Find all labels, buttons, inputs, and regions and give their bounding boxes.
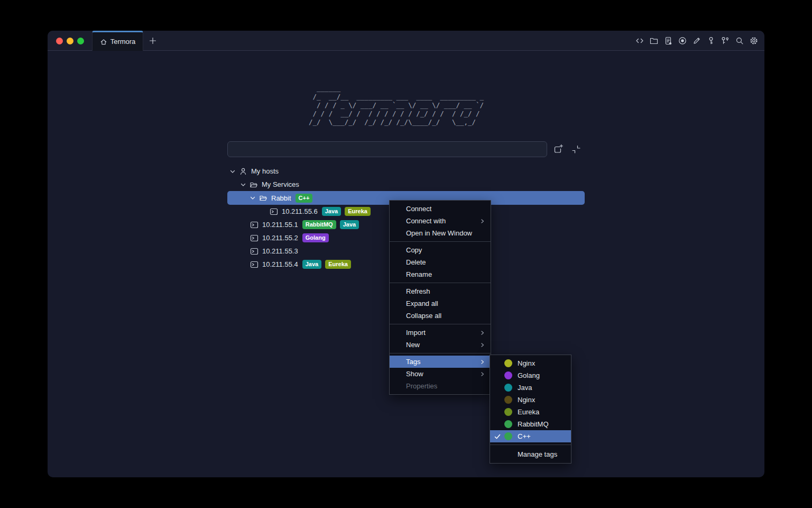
collapse-all-button[interactable] <box>570 143 582 155</box>
close-button[interactable] <box>56 38 63 44</box>
folder-open-icon <box>250 180 258 189</box>
menu-item-collapse-all[interactable]: Collapse all <box>390 310 491 322</box>
menu-item-expand-all[interactable]: Expand all <box>390 297 491 310</box>
menu-item-label: Rename <box>406 270 432 278</box>
menu-item-label: Tags <box>406 358 420 366</box>
tab-termora[interactable]: Termora <box>92 31 143 51</box>
menu-item-new[interactable]: New <box>390 339 491 351</box>
edit-button[interactable] <box>692 36 702 46</box>
menu-item-open-in-new-window[interactable]: Open in New Window <box>390 227 491 239</box>
user-icon <box>239 167 247 176</box>
search-button[interactable] <box>735 36 744 46</box>
collapse-all-icon <box>570 143 582 155</box>
menu-item-label: Open in New Window <box>406 229 472 237</box>
tree-row-10-211-55-3[interactable]: 10.211.55.3 <box>227 244 298 258</box>
tree-label: Rabbit <box>271 194 291 202</box>
add-host-button[interactable] <box>552 143 564 155</box>
menu-item-refresh[interactable]: Refresh <box>390 285 491 297</box>
traffic-lights <box>56 38 84 44</box>
add-host-icon <box>552 143 564 155</box>
tree-row-my-hosts[interactable]: My hosts <box>227 165 279 178</box>
new-tab-button[interactable] <box>148 36 158 46</box>
chevron-right-icon <box>480 371 485 377</box>
tag-color-dot <box>504 359 512 367</box>
menu-item-delete[interactable]: Delete <box>390 256 491 268</box>
tree-label: My hosts <box>251 167 279 175</box>
submenu-item-label: Nginx <box>518 359 535 367</box>
submenu-item-eureka[interactable]: Eureka <box>490 406 571 418</box>
menu-item-label: Connect with <box>406 217 446 225</box>
menu-item-properties: Properties <box>390 380 491 392</box>
tag-badge: Java <box>302 260 321 269</box>
code-button[interactable] <box>635 36 644 46</box>
terminal-icon <box>250 260 259 269</box>
menu-item-label: Import <box>406 329 426 337</box>
branch-button[interactable] <box>721 36 730 46</box>
menu-item-show[interactable]: Show <box>390 368 491 380</box>
menu-item-tags[interactable]: Tags <box>390 356 491 368</box>
submenu-item-label: Nginx <box>518 396 535 404</box>
key-button[interactable] <box>706 36 716 46</box>
filter-input[interactable] <box>227 141 547 157</box>
menu-item-label: Show <box>406 370 423 378</box>
menu-item-import[interactable]: Import <box>390 326 491 339</box>
folder-button[interactable] <box>649 36 659 46</box>
chevron-down-icon[interactable] <box>239 181 247 188</box>
tag-color-dot <box>504 396 512 404</box>
tree-label: 10.211.55.3 <box>262 247 298 255</box>
settings-button[interactable] <box>749 36 759 46</box>
context-menu: Connect Connect with Open in New Window … <box>389 200 491 395</box>
terminal-icon <box>250 247 259 256</box>
tree-label: My Services <box>262 180 299 188</box>
minimize-button[interactable] <box>67 38 73 44</box>
menu-separator <box>390 353 491 353</box>
log-button[interactable] <box>663 36 673 46</box>
tree-row-10-211-55-4[interactable]: 10.211.55.4 Java Eureka <box>227 258 351 271</box>
zoom-button[interactable] <box>77 38 84 44</box>
tags-submenu: Nginx Golang Java Nginx Eureka RabbitMQ <box>490 355 571 464</box>
folder-icon <box>649 36 659 46</box>
submenu-item-rabbitmq[interactable]: RabbitMQ <box>490 418 571 430</box>
menu-separator <box>390 283 491 283</box>
menu-item-label: Connect <box>406 205 431 213</box>
chevron-right-icon <box>480 342 485 348</box>
submenu-item-label: C++ <box>518 432 531 440</box>
tag-color-dot <box>504 371 512 379</box>
key-icon <box>706 36 716 46</box>
toolbar <box>635 36 759 46</box>
title-bar: Termora <box>48 31 764 51</box>
terminal-icon <box>270 207 278 216</box>
chevron-right-icon <box>480 330 485 335</box>
tag-color-dot <box>504 408 512 416</box>
tree-row-10-211-55-6[interactable]: 10.211.55.6 Java Eureka <box>227 205 371 218</box>
submenu-item-label: Java <box>518 384 532 392</box>
chevron-down-icon[interactable] <box>249 194 256 202</box>
menu-item-connect-with[interactable]: Connect with <box>390 215 491 227</box>
plus-icon <box>148 36 158 46</box>
submenu-item-manage-tags[interactable]: Manage tags <box>490 447 571 461</box>
submenu-item-cpp[interactable]: C++ <box>490 430 571 442</box>
tree-row-my-services[interactable]: My Services <box>227 178 299 191</box>
tab-label: Termora <box>110 38 136 46</box>
tree-row-10-211-55-1[interactable]: 10.211.55.1 RabbitMQ Java <box>227 218 359 231</box>
submenu-item-nginx-1[interactable]: Nginx <box>490 357 571 369</box>
menu-item-copy[interactable]: Copy <box>390 244 491 256</box>
chevron-right-icon <box>480 219 485 224</box>
record-button[interactable] <box>678 36 687 46</box>
edit-icon <box>692 36 702 46</box>
menu-item-connect[interactable]: Connect <box>390 203 491 215</box>
code-icon <box>635 36 644 46</box>
tree-row-10-211-55-2[interactable]: 10.211.55.2 Golang <box>227 231 329 244</box>
submenu-item-java[interactable]: Java <box>490 382 571 394</box>
submenu-item-label: Manage tags <box>518 450 557 458</box>
terminal-icon <box>250 221 259 229</box>
branch-icon <box>721 36 730 46</box>
tree-label: 10.211.55.2 <box>262 234 298 242</box>
menu-item-rename[interactable]: Rename <box>390 268 491 280</box>
tag-badge: RabbitMQ <box>302 220 336 229</box>
tree-label: 10.211.55.6 <box>282 207 318 215</box>
submenu-item-nginx-2[interactable]: Nginx <box>490 394 571 406</box>
submenu-item-golang[interactable]: Golang <box>490 369 571 382</box>
chevron-down-icon[interactable] <box>229 168 236 175</box>
menu-separator <box>390 241 491 242</box>
